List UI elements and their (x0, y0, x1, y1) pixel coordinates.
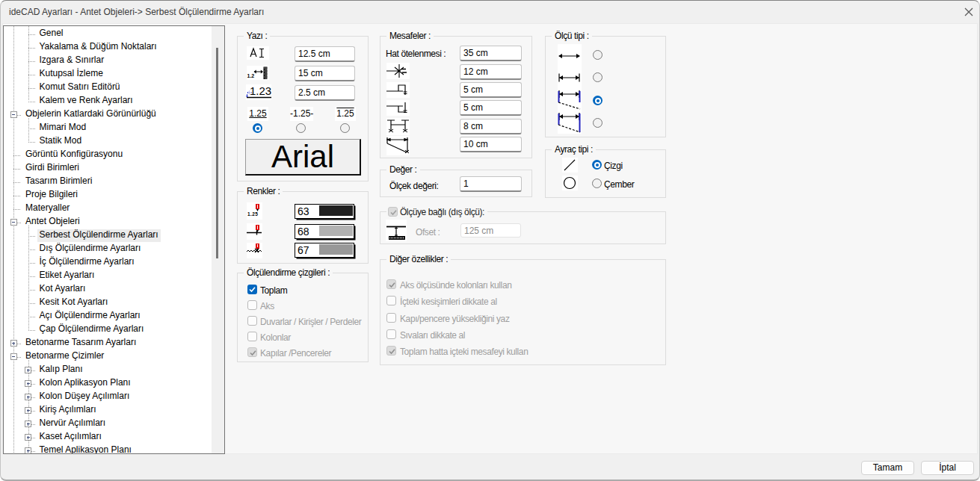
svg-text:1.23: 1.23 (250, 84, 271, 97)
svg-text:1.2: 1.2 (247, 73, 255, 78)
svg-text:1.25: 1.25 (247, 211, 258, 217)
